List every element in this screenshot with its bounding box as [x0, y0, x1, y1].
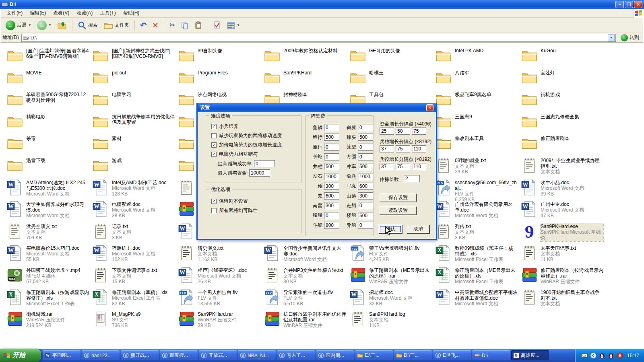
go-button[interactable]: → 转到 [618, 34, 642, 42]
folder-item[interactable]: 暗棋王 [349, 70, 432, 88]
save-settings-button[interactable]: 保存设置 [380, 193, 417, 202]
dialog-close-button[interactable]: ✕ [426, 104, 433, 111]
menu-item[interactable]: 编辑(E) [26, 9, 50, 17]
folder-item[interactable]: 单碟容量500G!希捷7200.12硬盘对比评测 [6, 91, 89, 109]
menu-item[interactable]: 文件(F) [3, 9, 26, 17]
paste-button[interactable] [192, 20, 205, 31]
checkbox-option[interactable]: 减少玩家势力的武将移动速度 [211, 132, 282, 139]
growth-input[interactable]: 25 [380, 128, 394, 135]
growth-input[interactable]: 75 [396, 163, 410, 170]
formation-input[interactable]: 800 [324, 222, 339, 229]
cut-button[interactable]: ✂ [167, 20, 178, 31]
growth-input[interactable]: 37 [380, 163, 394, 170]
taskbar-task[interactable]: e国内期... [316, 350, 354, 360]
file-item[interactable]: 洪秀全演义.txt文本文档709 KB [6, 223, 89, 241]
menu-item[interactable]: 工具(T) [96, 9, 119, 17]
folder-item[interactable]: 宝莲灯 [520, 70, 604, 88]
formation-input[interactable]: 0 [358, 144, 373, 151]
checkbox-icon[interactable]: ✓ [211, 142, 217, 148]
folder-item[interactable]: [国产][宝莲灯前传][国语字幕46集全][TV-RMVB清晰版] [6, 47, 89, 66]
file-item[interactable]: W巧装机！.docMicrosoft Word 文档102 KB [91, 245, 175, 263]
formation-input[interactable]: 0 [324, 153, 339, 160]
undo-delete-button[interactable] [211, 20, 224, 31]
taskbar-task[interactable]: D:\ [472, 350, 510, 360]
formation-input[interactable]: 0 [324, 144, 339, 151]
formation-input[interactable]: 1000 [324, 173, 339, 180]
copy-button[interactable] [178, 20, 191, 31]
file-item[interactable]: 2009年毕业生就业手续办理指引.txt文本文档 [520, 157, 604, 175]
undo-button[interactable]: ↶ [138, 19, 149, 31]
taskbar-task[interactable]: 9高难度... [511, 350, 549, 360]
taskbar-task[interactable]: D:\三... [394, 350, 432, 360]
formation-input[interactable]: 300 [358, 192, 373, 200]
file-item[interactable]: FLV狮子Vs老虎强强对抗.flvFLV 文件4,245 KB [349, 245, 432, 263]
forward-dropdown-icon[interactable]: ▼ [48, 23, 52, 27]
security-tray-icon[interactable] [617, 352, 623, 359]
file-item[interactable]: X修正隋唐剧本（草稿）.xlsMicrosoft Excel 工作表82 KB [91, 289, 175, 307]
file-item[interactable]: FLV一个男人的告白.flvFLV 文件13,555 KB [177, 289, 261, 307]
file-item[interactable]: 清史演义.txt文本文档1,162 KB [177, 245, 261, 263]
views-dropdown-icon[interactable]: ▼ [237, 23, 240, 27]
maximize-button[interactable]: ❐ [625, 1, 633, 8]
file-item[interactable]: W大学生如何养成好的求职习惯.docMicrosoft Word 文档 [6, 201, 89, 219]
folder-item[interactable]: 2009年教师资格认定材料 [263, 47, 347, 66]
minimize-button[interactable]: – [615, 1, 624, 8]
growth-input[interactable]: 75 [412, 128, 426, 135]
file-item[interactable]: WAMD Athlon(速龙) II X2 245 与E5300 比较.docM… [6, 179, 89, 197]
checkbox-option[interactable]: 所有武将均可阵亡 [211, 207, 258, 214]
growth-input[interactable]: 110 [412, 163, 426, 170]
growth-input[interactable]: 37 [380, 145, 394, 152]
folder-item[interactable]: 素材 [91, 135, 175, 153]
taskbar-task[interactable]: W平面图... [43, 350, 80, 360]
folder-item[interactable]: 杀毒 [6, 135, 89, 153]
forward-button[interactable]: → ▼ [35, 19, 54, 31]
file-item[interactable]: 修正隋唐剧本（按游戏显示内容修正）.rarWinRAR 压缩文件 [520, 267, 604, 285]
folder-item[interactable]: San9PKHard [263, 70, 347, 88]
search-button[interactable]: 搜索 [75, 20, 100, 31]
taskbar-task[interactable]: E:\三... [355, 350, 393, 360]
file-item[interactable]: FLV异常紧张的一次追击.flvFLV 文件6,510 KB [263, 289, 347, 307]
address-input[interactable]: D:\ ▼ [21, 34, 616, 42]
file-item[interactable]: MP4外国狮子战败老虎？.mp4MPEG-4 媒体57,542 KB [6, 267, 89, 285]
growth-input[interactable]: 75 [396, 145, 410, 152]
folder-item[interactable]: 39自制头像 [177, 47, 261, 66]
folder-item[interactable]: 精彩电影 [6, 113, 89, 132]
formation-input[interactable]: 500 [324, 163, 339, 170]
checkbox-icon[interactable] [211, 133, 217, 138]
checkbox-option[interactable]: ✓加倍电脑势力的钱粮增长速度 [211, 142, 282, 148]
formation-input[interactable]: 0 [324, 124, 339, 131]
file-item[interactable]: X修正隋唐剧本（按游戏显示内容修正）.xlsMicrosoft Excel 工作… [6, 289, 89, 307]
folder-item[interactable]: Program Files [177, 70, 261, 88]
file-item[interactable]: X修正隋唐剧本（ME显示出来的原稿）.xlsMicrosoft Excel 工作… [434, 267, 518, 285]
file-item[interactable]: 抗日解放战争剧本用的优化伴侣及其配置.rarWinRAR 压缩文件 [263, 311, 347, 329]
formation-input[interactable]: 300 [324, 183, 339, 190]
formation-input[interactable]: 1000 [358, 173, 373, 180]
folder-item[interactable]: KuGou [520, 47, 604, 66]
taskbar-task[interactable]: eNBA_NI... [238, 350, 276, 360]
file-item[interactable]: W吹牛小品.docMicrosoft Word 文档39 KB [520, 179, 604, 197]
field-input[interactable]: 0 [254, 160, 275, 167]
formation-input[interactable]: 500 [358, 163, 373, 170]
qq-penguin-icon[interactable] [608, 352, 614, 359]
views-button[interactable]: ▼ [225, 21, 242, 30]
formation-input[interactable]: 500 [358, 134, 373, 141]
folder-item[interactable]: 极品飞车9黑名单 [434, 91, 518, 109]
qq-penguin-icon[interactable] [599, 352, 605, 359]
file-item[interactable]: 街机游戏.rarWinRAR 压缩文件218,524 KB [6, 311, 89, 329]
formation-input[interactable]: 0 [324, 212, 339, 219]
growth-input[interactable]: 50 [396, 128, 410, 135]
file-item[interactable]: WIntel及AMD 制作工艺.docMicrosoft Word 文档128 … [91, 179, 175, 197]
taskbar-task[interactable]: e新开战... [121, 350, 159, 360]
folders-button[interactable]: 文件夹 [101, 20, 132, 31]
cancel-button[interactable]: 取消 [407, 225, 429, 233]
field-input[interactable]: 10000 [249, 169, 270, 177]
delete-button[interactable]: ✕ [150, 20, 161, 31]
back-button[interactable]: ← 后退 ▼ [3, 19, 34, 31]
file-item[interactable]: 9San9PKHard.exeSan9PKHard Microsoft 基础类.… [520, 223, 604, 241]
formation-input[interactable]: 600 [324, 192, 339, 200]
folder-item[interactable]: 抗日解放战争剧本用的优化伴侣及其配置 [91, 113, 175, 132]
formation-input[interactable]: 500 [324, 134, 339, 141]
start-button[interactable]: 开始 [0, 349, 41, 362]
taskbar-task[interactable]: e开放式... [199, 350, 237, 360]
file-item[interactable]: W相声]《我要变坏》.docMicrosoft Word 文档26 KB [177, 267, 261, 285]
